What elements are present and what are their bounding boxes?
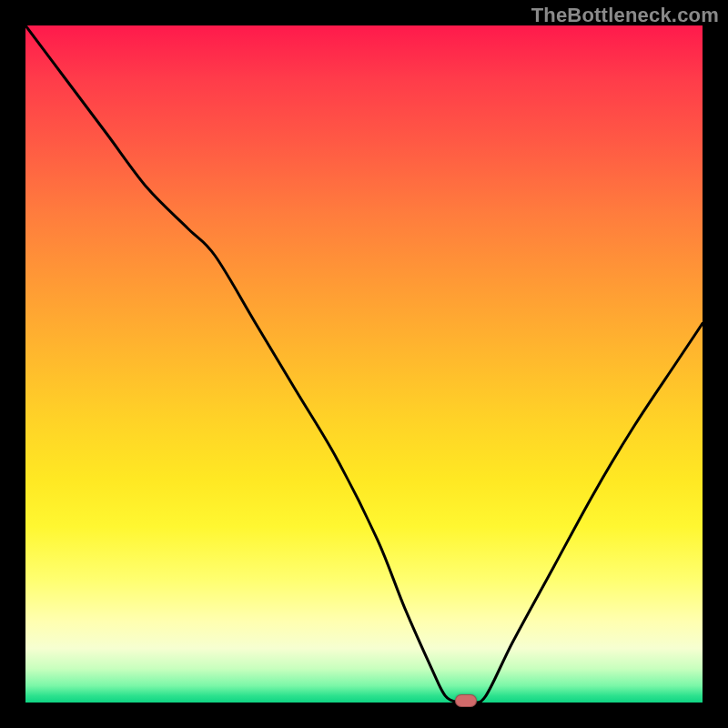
plot-area xyxy=(25,25,703,703)
bottleneck-curve xyxy=(25,25,703,703)
watermark-text: TheBottleneck.com xyxy=(531,4,719,27)
optimal-balance-marker xyxy=(455,694,477,707)
chart-frame: TheBottleneck.com xyxy=(0,0,728,728)
curve-path xyxy=(25,25,703,703)
